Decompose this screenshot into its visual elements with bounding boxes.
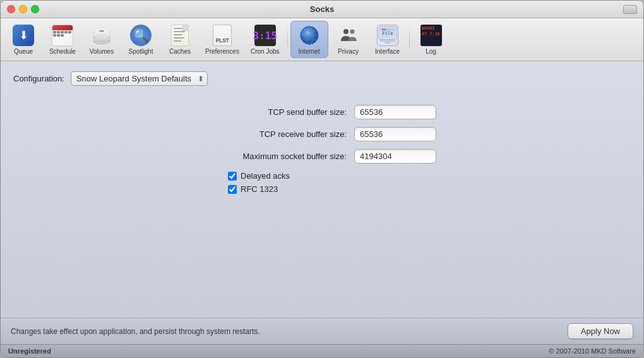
toolbar-item-spotlight[interactable]: 🔍 Spotlight — [122, 21, 160, 57]
config-label: Configuration: — [13, 74, 64, 83]
svg-point-13 — [350, 30, 354, 34]
max-socket-input[interactable] — [354, 149, 436, 164]
toolbar-item-cronjobs[interactable]: 3:15 Cron Jobs — [246, 21, 285, 57]
toolbar-separator — [287, 26, 288, 54]
toolbar-label-preferences: Preferences — [205, 48, 239, 55]
toolbar-label-caches: Caches — [169, 48, 191, 55]
delayed-acks-label: Delayed acks — [241, 171, 290, 181]
footer-unregistered: Unregistered — [8, 347, 51, 355]
toolbar-item-interface[interactable]: File New Interface — [369, 21, 407, 57]
privacy-icon — [337, 24, 360, 47]
toolbar-item-caches[interactable]: Caches — [161, 21, 199, 57]
bottom-notice: Changes take effect upon application, an… — [11, 327, 260, 336]
svg-point-12 — [343, 29, 349, 34]
tcp-receive-label: TCP receive buffer size: — [208, 129, 347, 139]
toolbar-item-preferences[interactable]: PLST Preferences — [200, 21, 244, 57]
delayed-acks-checkbox[interactable] — [228, 172, 237, 181]
toolbar-label-privacy: Privacy — [338, 48, 359, 55]
config-row: Configuration: Snow Leopard System Defau… — [13, 71, 631, 86]
toolbar-item-queue[interactable]: ⬇ Queue — [4, 21, 42, 57]
cronjobs-icon: 3:15 — [254, 24, 277, 47]
settings-area: TCP send buffer size: TCP receive buffer… — [13, 105, 631, 194]
interface-icon: File New — [376, 24, 399, 47]
toolbar-label-schedule: Schedule — [49, 48, 76, 55]
main-window: Socks ⬇ Queue — [0, 0, 644, 358]
svg-text:New: New — [382, 28, 387, 31]
toolbar-item-log[interactable]: WARNIAY 7:36 Log — [412, 21, 450, 57]
tcp-receive-input[interactable] — [354, 127, 436, 141]
toolbar-label-internet: Internet — [299, 48, 320, 55]
toolbar-label-cronjobs: Cron Jobs — [251, 48, 280, 55]
spotlight-icon: 🔍 — [129, 24, 152, 47]
window-title: Socks — [310, 4, 334, 14]
traffic-lights — [7, 5, 39, 13]
footer: Unregistered © 2007-2010 MKD Software — [1, 344, 643, 357]
volumes-icon — [90, 24, 113, 47]
toolbar-item-privacy[interactable]: Privacy — [330, 21, 367, 57]
toolbar-label-volumes: Volumes — [90, 48, 114, 55]
checkboxes-area: Delayed acks RFC 1323 — [228, 171, 290, 194]
log-icon: WARNIAY 7:36 — [420, 24, 443, 47]
tcp-receive-row: TCP receive buffer size: — [208, 127, 436, 141]
toolbar-label-queue: Queue — [14, 48, 33, 55]
svg-rect-16 — [379, 40, 396, 42]
rfc-1323-label: RFC 1323 — [241, 184, 278, 194]
max-socket-label: Maximum socket buffer size: — [208, 152, 347, 161]
footer-copyright: © 2007-2010 MKD Software — [549, 347, 636, 355]
queue-icon: ⬇ — [12, 24, 35, 47]
toolbar-item-schedule[interactable]: Schedule — [44, 21, 81, 57]
max-socket-row: Maximum socket buffer size: — [208, 149, 436, 164]
config-select[interactable]: Snow Leopard System Defaults Custom — [71, 71, 208, 86]
bottom-bar: Changes take effect upon application, an… — [1, 318, 643, 344]
minimize-button[interactable] — [19, 5, 27, 13]
apply-now-button[interactable]: Apply Now — [568, 323, 633, 339]
toolbar-item-volumes[interactable]: Volumes — [83, 21, 121, 57]
delayed-acks-item: Delayed acks — [228, 171, 290, 181]
toolbar-separator-2 — [409, 26, 410, 54]
toolbar-item-internet[interactable]: Internet — [290, 21, 328, 58]
svg-text:File: File — [382, 31, 393, 36]
svg-point-5 — [99, 30, 104, 32]
toolbar-label-log: Log — [426, 48, 436, 55]
schedule-icon — [51, 24, 74, 47]
rfc-1323-checkbox[interactable] — [228, 185, 237, 194]
tcp-send-input[interactable] — [354, 105, 436, 119]
preferences-icon: PLST — [211, 24, 234, 47]
svg-rect-17 — [385, 42, 391, 44]
resize-button[interactable] — [623, 5, 637, 14]
toolbar: ⬇ Queue — [1, 18, 643, 61]
tcp-send-row: TCP send buffer size: — [208, 105, 436, 119]
titlebar: Socks — [1, 1, 643, 18]
main-content: Configuration: Snow Leopard System Defau… — [1, 61, 643, 318]
caches-icon — [169, 24, 191, 47]
toolbar-label-spotlight: Spotlight — [129, 48, 153, 55]
toolbar-label-interface: Interface — [375, 48, 400, 55]
close-button[interactable] — [7, 5, 15, 13]
maximize-button[interactable] — [31, 5, 39, 13]
rfc-1323-item: RFC 1323 — [228, 184, 290, 194]
internet-icon — [298, 24, 321, 47]
tcp-send-label: TCP send buffer size: — [208, 107, 347, 117]
config-select-wrapper: Snow Leopard System Defaults Custom — [71, 71, 208, 86]
